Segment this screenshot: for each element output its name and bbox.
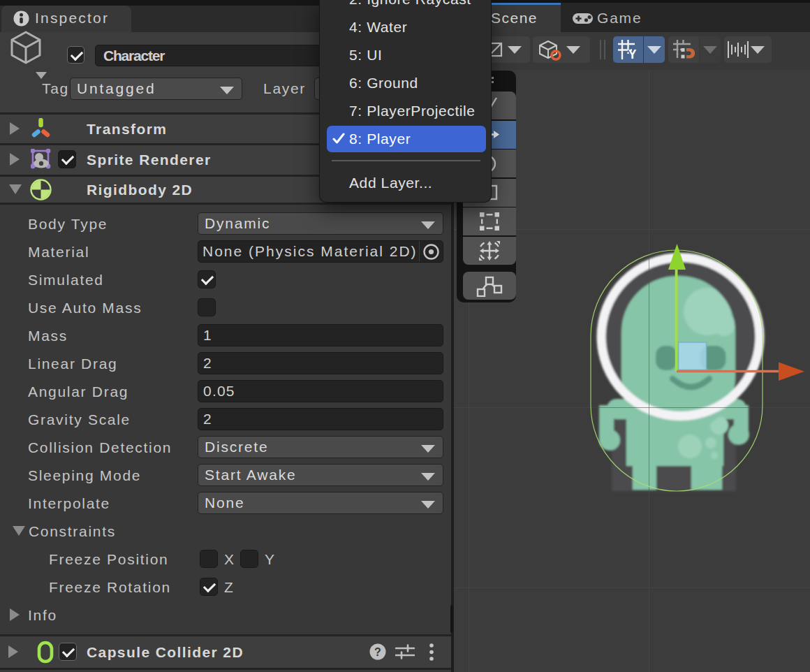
svg-text:?: ? <box>374 646 381 658</box>
svg-text:Y: Y <box>628 48 637 60</box>
